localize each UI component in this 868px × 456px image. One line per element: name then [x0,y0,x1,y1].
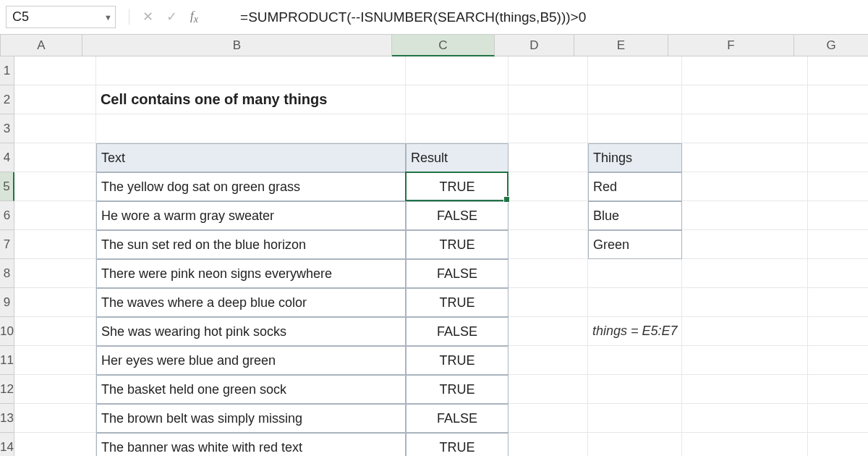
cell[interactable] [682,346,808,375]
table-header-things[interactable]: Things [588,143,682,172]
cell[interactable] [682,114,808,143]
row-header[interactable]: 12 [0,375,14,404]
cell[interactable] [682,85,808,114]
cell[interactable] [808,172,868,201]
cell[interactable] [808,201,868,230]
cell[interactable] [588,114,682,143]
cell[interactable] [682,230,808,259]
text-cell[interactable]: The sun set red on the blue horizon [96,230,406,259]
cell[interactable] [682,201,808,230]
cell[interactable] [14,259,96,288]
column-header[interactable]: E [574,35,668,56]
row-header[interactable]: 5 [0,172,14,201]
cell[interactable] [14,404,96,433]
result-cell[interactable]: FALSE [406,317,509,346]
cell[interactable] [682,317,808,346]
cell[interactable] [509,317,588,346]
row-header[interactable]: 1 [0,56,14,85]
column-header[interactable]: F [668,35,794,56]
row-header[interactable]: 7 [0,230,14,259]
cell[interactable] [406,56,509,85]
cell[interactable] [808,317,868,346]
cell[interactable] [682,172,808,201]
cell[interactable] [509,346,588,375]
cell[interactable] [682,143,808,172]
text-cell[interactable]: The banner was white with red text [96,433,406,456]
cell[interactable] [808,259,868,288]
row-header[interactable]: 6 [0,201,14,230]
row-header[interactable]: 4 [0,143,14,172]
cell[interactable] [588,259,682,288]
result-cell[interactable]: TRUE [406,288,509,317]
chevron-down-icon[interactable]: ▼ [104,13,112,22]
cell[interactable] [588,404,682,433]
cell[interactable] [682,433,808,456]
things-cell[interactable]: Red [588,172,682,201]
column-header[interactable]: D [495,35,574,56]
cell[interactable] [808,375,868,404]
cell[interactable] [406,85,509,114]
select-all-corner[interactable] [0,35,1,56]
cell[interactable] [14,201,96,230]
cell[interactable] [682,404,808,433]
result-cell[interactable]: FALSE [406,404,509,433]
text-cell[interactable]: Her eyes were blue and green [96,346,406,375]
cell[interactable] [96,56,406,85]
cell[interactable] [509,433,588,456]
formula-input[interactable]: =SUMPRODUCT(--ISNUMBER(SEARCH(things,B5)… [205,9,862,25]
cell[interactable] [509,201,588,230]
cell[interactable] [588,346,682,375]
cell[interactable] [509,375,588,404]
things-cell[interactable]: Blue [588,201,682,230]
cells-area[interactable]: Cell contains one of many things Text Re… [14,56,868,456]
text-cell[interactable]: She was wearing hot pink socks [96,317,406,346]
table-header-result[interactable]: Result [406,143,509,172]
text-cell[interactable]: He wore a warm gray sweater [96,201,406,230]
cell[interactable] [509,56,588,85]
cell[interactable] [509,85,588,114]
cell[interactable] [808,433,868,456]
cell[interactable] [808,346,868,375]
cell[interactable] [808,85,868,114]
cell[interactable] [588,288,682,317]
cell[interactable] [808,288,868,317]
cell[interactable] [509,288,588,317]
enter-icon[interactable]: ✓ [166,9,177,25]
cell[interactable] [406,114,509,143]
page-title[interactable]: Cell contains one of many things [96,85,406,114]
cell[interactable] [14,288,96,317]
row-header[interactable]: 8 [0,259,14,288]
column-header[interactable]: B [82,35,392,56]
note-cell[interactable]: things = E5:E7 [588,317,682,346]
row-header[interactable]: 3 [0,114,14,143]
text-cell[interactable]: The basket held one green sock [96,375,406,404]
cell[interactable] [14,346,96,375]
cancel-icon[interactable]: ✕ [142,9,153,25]
cell[interactable] [808,114,868,143]
fx-icon[interactable]: fx [190,9,198,25]
text-cell[interactable]: The brown belt was simply missing [96,404,406,433]
result-cell[interactable]: FALSE [406,201,509,230]
cell[interactable] [682,375,808,404]
result-cell[interactable]: TRUE [406,346,509,375]
cell[interactable] [588,85,682,114]
cell[interactable] [14,317,96,346]
cell[interactable] [808,56,868,85]
result-cell[interactable]: TRUE [406,433,509,456]
result-cell[interactable]: FALSE [406,259,509,288]
result-cell[interactable]: TRUE [406,172,509,201]
cell[interactable] [509,172,588,201]
cell[interactable] [14,375,96,404]
column-header[interactable]: G [794,35,868,56]
table-header-text[interactable]: Text [96,143,406,172]
cell[interactable] [509,114,588,143]
cell[interactable] [588,56,682,85]
row-header[interactable]: 11 [0,346,14,375]
cell[interactable] [509,143,588,172]
cell[interactable] [808,404,868,433]
text-cell[interactable]: The waves where a deep blue color [96,288,406,317]
cell[interactable] [96,114,406,143]
column-header[interactable]: A [1,35,82,56]
cell[interactable] [808,143,868,172]
cell[interactable] [682,56,808,85]
